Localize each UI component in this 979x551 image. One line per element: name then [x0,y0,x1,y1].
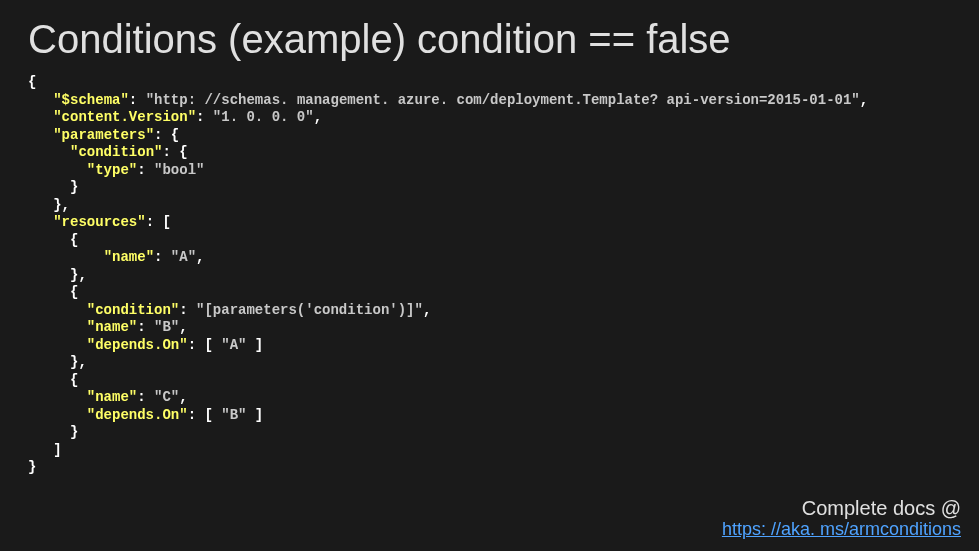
key-schema: "$schema" [53,92,129,108]
key-parameters: "parameters" [53,127,154,143]
key-condition: "condition" [70,144,162,160]
val-name-a: "A" [171,249,196,265]
key-dependson-c: "depends.On" [87,407,188,423]
footer-docs-label: Complete docs @ [722,497,961,519]
key-name-c: "name" [87,389,137,405]
key-condition-b: "condition" [87,302,179,318]
val-schema: "http: //schemas. management. azure. com… [146,92,860,108]
val-type: "bool" [154,162,204,178]
val-name-b: "B" [154,319,179,335]
key-dependson-b: "depends.On" [87,337,188,353]
key-name-b: "name" [87,319,137,335]
val-contentversion: "1. 0. 0. 0" [213,109,314,125]
page-title: Conditions (example) condition == false [28,18,951,60]
slide: Conditions (example) condition == false … [0,0,979,551]
key-name-a: "name" [104,249,154,265]
code-block: { "$schema": "http: //schemas. managemen… [28,74,951,477]
key-contentversion: "content.Version" [53,109,196,125]
key-type: "type" [87,162,137,178]
footer-link[interactable]: https: //aka. ms/armconditions [722,519,961,541]
val-name-c: "C" [154,389,179,405]
val-condexpr: "[parameters('condition')]" [196,302,423,318]
footer: Complete docs @ https: //aka. ms/armcond… [722,497,961,541]
val-dep-b: "B" [221,407,246,423]
key-resources: "resources" [53,214,145,230]
val-dep-a: "A" [221,337,246,353]
